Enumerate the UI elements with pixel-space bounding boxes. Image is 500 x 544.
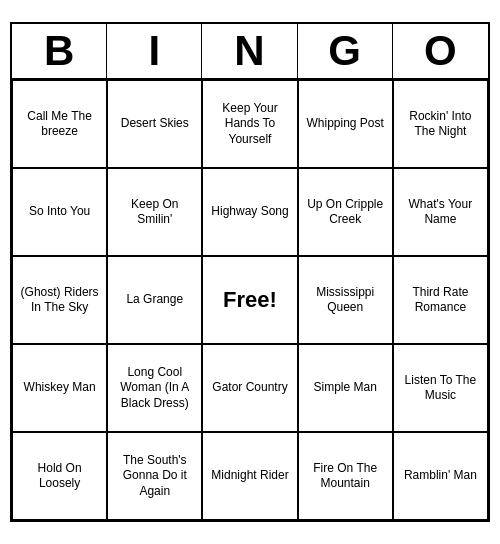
cell-text-2: Keep Your Hands To Yourself [207,101,292,148]
bingo-cell-16[interactable]: Long Cool Woman (In A Black Dress) [107,344,202,432]
cell-text-5: So Into You [29,204,90,220]
bingo-cell-24[interactable]: Ramblin' Man [393,432,488,520]
bingo-cell-22[interactable]: Midnight Rider [202,432,297,520]
cell-text-20: Hold On Loosely [17,461,102,492]
bingo-cell-10[interactable]: (Ghost) Riders In The Sky [12,256,107,344]
bingo-cell-8[interactable]: Up On Cripple Creek [298,168,393,256]
bingo-cell-9[interactable]: What's Your Name [393,168,488,256]
bingo-cell-15[interactable]: Whiskey Man [12,344,107,432]
cell-text-9: What's Your Name [398,197,483,228]
bingo-cell-6[interactable]: Keep On Smilin' [107,168,202,256]
cell-text-1: Desert Skies [121,116,189,132]
cell-text-19: Listen To The Music [398,373,483,404]
bingo-cell-5[interactable]: So Into You [12,168,107,256]
bingo-cell-1[interactable]: Desert Skies [107,80,202,168]
bingo-cell-3[interactable]: Whipping Post [298,80,393,168]
cell-text-4: Rockin' Into The Night [398,109,483,140]
cell-text-12: Free! [223,286,277,315]
cell-text-14: Third Rate Romance [398,285,483,316]
bingo-cell-2[interactable]: Keep Your Hands To Yourself [202,80,297,168]
bingo-cell-21[interactable]: The South's Gonna Do it Again [107,432,202,520]
bingo-cell-23[interactable]: Fire On The Mountain [298,432,393,520]
cell-text-16: Long Cool Woman (In A Black Dress) [112,365,197,412]
bingo-letter-o: O [393,24,488,78]
cell-text-24: Ramblin' Man [404,468,477,484]
cell-text-18: Simple Man [314,380,377,396]
cell-text-10: (Ghost) Riders In The Sky [17,285,102,316]
bingo-cell-7[interactable]: Highway Song [202,168,297,256]
cell-text-21: The South's Gonna Do it Again [112,453,197,500]
bingo-card: BINGO Call Me The breezeDesert SkiesKeep… [10,22,490,522]
cell-text-22: Midnight Rider [211,468,288,484]
cell-text-17: Gator Country [212,380,287,396]
cell-text-23: Fire On The Mountain [303,461,388,492]
cell-text-6: Keep On Smilin' [112,197,197,228]
bingo-cell-19[interactable]: Listen To The Music [393,344,488,432]
bingo-cell-0[interactable]: Call Me The breeze [12,80,107,168]
cell-text-7: Highway Song [211,204,288,220]
bingo-cell-14[interactable]: Third Rate Romance [393,256,488,344]
cell-text-8: Up On Cripple Creek [303,197,388,228]
cell-text-15: Whiskey Man [24,380,96,396]
bingo-cell-4[interactable]: Rockin' Into The Night [393,80,488,168]
cell-text-11: La Grange [126,292,183,308]
free-space[interactable]: Free! [202,256,297,344]
bingo-letter-b: B [12,24,107,78]
bingo-cell-17[interactable]: Gator Country [202,344,297,432]
bingo-grid: Call Me The breezeDesert SkiesKeep Your … [12,80,488,520]
bingo-cell-20[interactable]: Hold On Loosely [12,432,107,520]
bingo-cell-13[interactable]: Mississippi Queen [298,256,393,344]
cell-text-3: Whipping Post [307,116,384,132]
cell-text-0: Call Me The breeze [17,109,102,140]
bingo-cell-18[interactable]: Simple Man [298,344,393,432]
cell-text-13: Mississippi Queen [303,285,388,316]
bingo-cell-11[interactable]: La Grange [107,256,202,344]
bingo-header: BINGO [12,24,488,80]
bingo-letter-g: G [298,24,393,78]
bingo-letter-i: I [107,24,202,78]
bingo-letter-n: N [202,24,297,78]
